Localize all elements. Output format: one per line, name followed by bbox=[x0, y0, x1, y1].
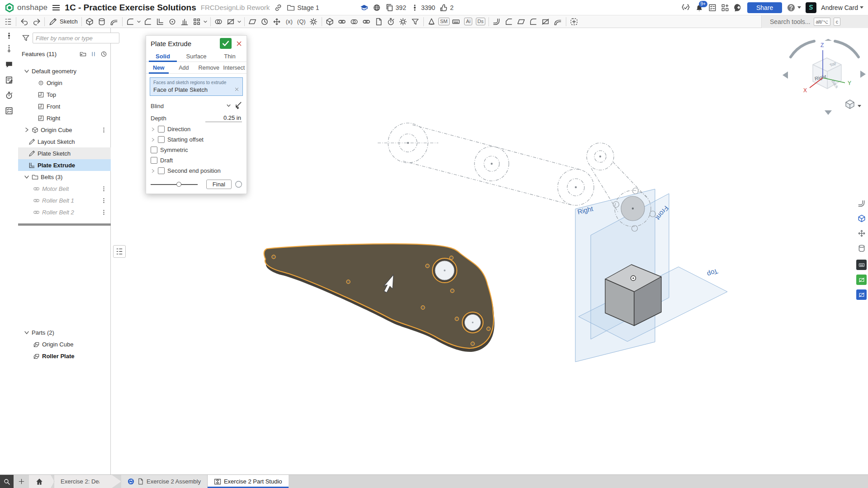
transform-tool[interactable] bbox=[271, 16, 283, 27]
sheet-metal-badge[interactable]: SM bbox=[438, 16, 450, 27]
undo-button[interactable] bbox=[18, 16, 30, 27]
convert-tool[interactable] bbox=[540, 16, 552, 27]
symmetric-checkbox[interactable] bbox=[151, 147, 157, 153]
sidebar-item-plate-sketch[interactable]: Plate Sketch bbox=[18, 147, 111, 159]
rib-tool[interactable] bbox=[179, 16, 191, 27]
timer-tool[interactable] bbox=[385, 16, 397, 27]
sidebar-item-origin-cube[interactable]: Origin Cube bbox=[18, 124, 111, 136]
extrude-tool[interactable] bbox=[84, 16, 96, 27]
split-dropdown[interactable] bbox=[237, 16, 242, 27]
sidebar-item-front-plane[interactable]: Front bbox=[18, 100, 111, 112]
flip-direction-button[interactable] bbox=[234, 101, 242, 111]
new-folder-icon[interactable] bbox=[80, 51, 86, 57]
user-menu[interactable]: Andrew Card bbox=[821, 4, 863, 11]
named-views-panel-icon[interactable] bbox=[856, 213, 867, 223]
hamburger-menu[interactable] bbox=[52, 5, 60, 11]
avatar[interactable] bbox=[806, 2, 816, 13]
sidebar-item-origin[interactable]: Origin bbox=[18, 77, 111, 89]
variable-studio-tool[interactable]: (Q) bbox=[295, 16, 308, 27]
origin-marker[interactable] bbox=[631, 276, 636, 281]
app-store-icon[interactable] bbox=[721, 4, 729, 12]
split-tool[interactable] bbox=[225, 16, 237, 27]
item-menu-dots[interactable] bbox=[100, 209, 107, 216]
sweep-tool[interactable] bbox=[108, 16, 120, 27]
education-icon[interactable] bbox=[360, 4, 368, 12]
rollback-slider[interactable] bbox=[151, 181, 198, 188]
item-menu-dots[interactable] bbox=[100, 185, 107, 192]
sidebar-item-roller-belt-2[interactable]: Roller Belt 2 bbox=[18, 206, 111, 218]
doc-tool[interactable] bbox=[373, 16, 385, 27]
clear-selection-icon[interactable] bbox=[234, 86, 239, 93]
sidebar-item-layout-sketch[interactable]: Layout Sketch bbox=[18, 136, 111, 147]
flange-tool[interactable] bbox=[491, 16, 503, 27]
new-tab-button[interactable] bbox=[14, 475, 29, 488]
chain-tool[interactable] bbox=[348, 16, 360, 27]
boolean-tool[interactable] bbox=[213, 16, 225, 27]
tab-thin[interactable]: Thin bbox=[213, 51, 247, 62]
docs-panel-icon[interactable] bbox=[856, 289, 867, 300]
comments-icon[interactable] bbox=[4, 60, 14, 70]
versions-icon[interactable] bbox=[4, 31, 14, 41]
animation-panel-icon[interactable] bbox=[856, 243, 867, 253]
custom-feature-tool[interactable] bbox=[568, 16, 580, 27]
expander-icon[interactable] bbox=[151, 137, 155, 142]
hole-tool[interactable] bbox=[166, 16, 179, 27]
item-menu-dots[interactable] bbox=[100, 197, 107, 204]
filter-tool[interactable] bbox=[409, 16, 422, 27]
variable-tool[interactable]: (x) bbox=[283, 16, 295, 27]
calculator-panel-icon[interactable] bbox=[856, 260, 867, 270]
ai-badge[interactable]: Ai bbox=[462, 16, 474, 27]
keyboard-tool[interactable] bbox=[450, 16, 462, 27]
pattern-tool[interactable] bbox=[191, 16, 203, 27]
primitive-cube-tool[interactable] bbox=[324, 16, 336, 27]
parts-header-row[interactable]: Parts (2) bbox=[18, 327, 111, 338]
notifications-bell[interactable]: 9+ bbox=[695, 3, 704, 12]
roller-plate-part[interactable] bbox=[264, 244, 495, 352]
tasks-icon[interactable] bbox=[708, 4, 716, 12]
corner-tool[interactable] bbox=[527, 16, 540, 27]
insert-version-icon[interactable] bbox=[4, 43, 14, 53]
sketch-button[interactable] bbox=[47, 16, 59, 27]
fillet-tool[interactable] bbox=[124, 16, 137, 27]
view-cube[interactable]: Top Right Back Z Y X bbox=[782, 39, 868, 116]
search-tools[interactable]: Search tools... alt/⌥ c bbox=[761, 15, 868, 28]
copies-count[interactable]: 392 bbox=[385, 4, 406, 12]
shell-tool[interactable] bbox=[154, 16, 166, 27]
unfold-tool[interactable] bbox=[552, 16, 564, 27]
views-count[interactable]: 3390 bbox=[411, 4, 435, 12]
tab-surface[interactable]: Surface bbox=[180, 51, 213, 62]
spreadsheet-panel-icon[interactable] bbox=[856, 275, 867, 285]
checklist-icon[interactable] bbox=[4, 106, 14, 116]
confirm-button[interactable] bbox=[220, 38, 232, 49]
second-end-checkbox[interactable] bbox=[158, 167, 165, 174]
view-options-button[interactable] bbox=[846, 100, 861, 109]
sidebar-item-plate-extrude[interactable]: Plate Extrude bbox=[18, 159, 111, 171]
sidebar-item-motor-belt[interactable]: Motor Belt bbox=[18, 183, 111, 194]
onshape-logo[interactable]: onshape bbox=[5, 3, 47, 13]
sidebar-item-default-geometry[interactable]: Default geometry bbox=[18, 65, 111, 77]
display-states-panel-icon[interactable] bbox=[856, 228, 867, 238]
filter-input[interactable] bbox=[33, 33, 119, 43]
part-item-roller-plate[interactable]: Roller Plate bbox=[18, 350, 111, 362]
fillet-dropdown[interactable] bbox=[137, 16, 142, 27]
bend-tool[interactable] bbox=[503, 16, 515, 27]
starting-offset-checkbox[interactable] bbox=[158, 136, 165, 143]
depth-input[interactable]: 0.25 in bbox=[205, 114, 242, 122]
public-globe-icon[interactable] bbox=[373, 4, 381, 12]
explode-tool[interactable] bbox=[308, 16, 320, 27]
plane-tool[interactable] bbox=[247, 16, 259, 27]
item-menu-dots[interactable] bbox=[100, 127, 107, 133]
help-menu[interactable] bbox=[787, 3, 801, 12]
chevron-right-icon[interactable] bbox=[24, 127, 29, 133]
link-icon[interactable] bbox=[274, 4, 282, 12]
final-button[interactable]: Final bbox=[206, 180, 232, 189]
history-timer-icon[interactable] bbox=[4, 90, 14, 100]
likes-count[interactable]: 2 bbox=[440, 4, 454, 12]
home-tab[interactable] bbox=[29, 475, 54, 488]
chevron-down-icon[interactable] bbox=[24, 330, 29, 335]
ds-badge[interactable]: Ds bbox=[474, 16, 487, 27]
regions-to-extrude-field[interactable]: Faces and sketch regions to extrude Face… bbox=[150, 77, 243, 96]
tab-solid[interactable]: Solid bbox=[146, 51, 180, 62]
feature-list-toggle[interactable] bbox=[2, 16, 14, 27]
expander-icon[interactable] bbox=[151, 169, 155, 173]
